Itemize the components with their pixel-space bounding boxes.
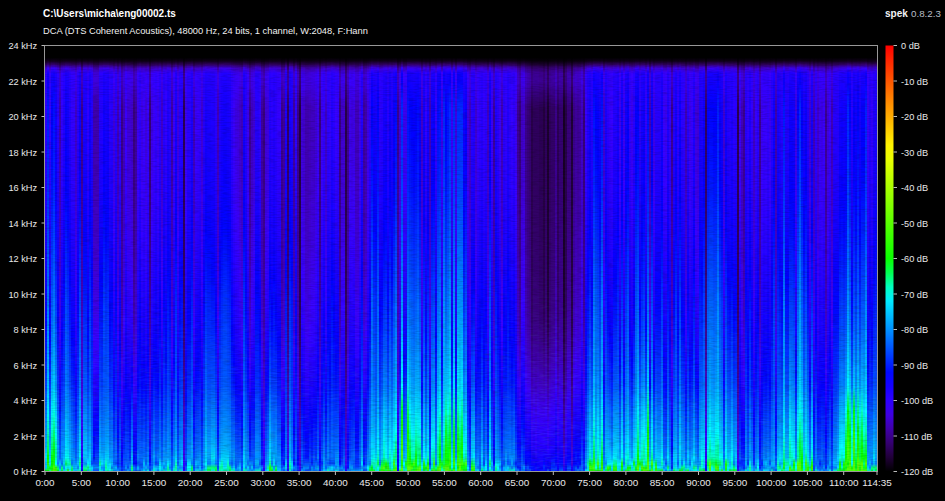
svg-text:-50 dB: -50 dB: [901, 219, 928, 229]
svg-text:10 kHz: 10 kHz: [8, 290, 37, 300]
svg-text:85:00: 85:00: [650, 477, 675, 488]
svg-text:80:00: 80:00: [614, 477, 639, 488]
svg-text:18 kHz: 18 kHz: [8, 148, 37, 158]
svg-text:10:00: 10:00: [105, 477, 130, 488]
svg-text:105:00: 105:00: [792, 477, 823, 488]
svg-text:114:35: 114:35: [862, 477, 892, 488]
svg-text:DCA (DTS Coherent Acoustics),: DCA (DTS Coherent Acoustics), 48000 Hz, …: [43, 26, 368, 36]
svg-text:45:00: 45:00: [359, 477, 384, 488]
svg-text:14 kHz: 14 kHz: [8, 219, 37, 229]
svg-text:8 kHz: 8 kHz: [14, 325, 38, 335]
svg-text:12 kHz: 12 kHz: [8, 254, 37, 264]
svg-text:100:00: 100:00: [756, 477, 787, 488]
svg-text:spek: spek: [885, 8, 908, 19]
svg-text:2 kHz: 2 kHz: [14, 432, 38, 442]
svg-text:-40 dB: -40 dB: [901, 183, 928, 193]
svg-text:-10 dB: -10 dB: [901, 77, 928, 87]
svg-text:90:00: 90:00: [686, 477, 711, 488]
svg-text:-70 dB: -70 dB: [901, 290, 928, 300]
svg-text:20 kHz: 20 kHz: [8, 112, 37, 122]
svg-text:22 kHz: 22 kHz: [8, 77, 37, 87]
svg-text:65:00: 65:00: [505, 477, 530, 488]
svg-text:0 dB: 0 dB: [901, 41, 920, 51]
svg-text:24 kHz: 24 kHz: [8, 41, 37, 51]
svg-text:35:00: 35:00: [287, 477, 312, 488]
svg-text:4 kHz: 4 kHz: [14, 396, 38, 406]
svg-text:-90 dB: -90 dB: [901, 361, 928, 371]
svg-text:-120 dB: -120 dB: [901, 467, 933, 477]
svg-text:30:00: 30:00: [250, 477, 275, 488]
svg-text:6 kHz: 6 kHz: [14, 361, 38, 371]
svg-text:-110 dB: -110 dB: [901, 432, 933, 442]
svg-text:0 kHz: 0 kHz: [14, 467, 38, 477]
svg-text:20:00: 20:00: [178, 477, 203, 488]
svg-text:-80 dB: -80 dB: [901, 325, 928, 335]
svg-text:-30 dB: -30 dB: [901, 148, 928, 158]
svg-text:5:00: 5:00: [72, 477, 92, 488]
svg-text:0:00: 0:00: [35, 477, 55, 488]
svg-text:15:00: 15:00: [142, 477, 167, 488]
svg-text:16 kHz: 16 kHz: [8, 183, 37, 193]
svg-text:70:00: 70:00: [541, 477, 566, 488]
svg-text:60:00: 60:00: [468, 477, 493, 488]
svg-text:0.8.2.3: 0.8.2.3: [911, 8, 942, 19]
svg-text:50:00: 50:00: [396, 477, 421, 488]
svg-text:-20 dB: -20 dB: [901, 112, 928, 122]
svg-text:55:00: 55:00: [432, 477, 457, 488]
svg-text:95:00: 95:00: [722, 477, 747, 488]
svg-text:-100 dB: -100 dB: [901, 396, 933, 406]
svg-text:C:\Users\micha\eng00002.ts: C:\Users\micha\eng00002.ts: [43, 8, 176, 19]
svg-text:110:00: 110:00: [829, 477, 859, 488]
svg-text:75:00: 75:00: [577, 477, 602, 488]
svg-text:25:00: 25:00: [214, 477, 239, 488]
svg-text:-60 dB: -60 dB: [901, 254, 928, 264]
svg-text:40:00: 40:00: [323, 477, 348, 488]
